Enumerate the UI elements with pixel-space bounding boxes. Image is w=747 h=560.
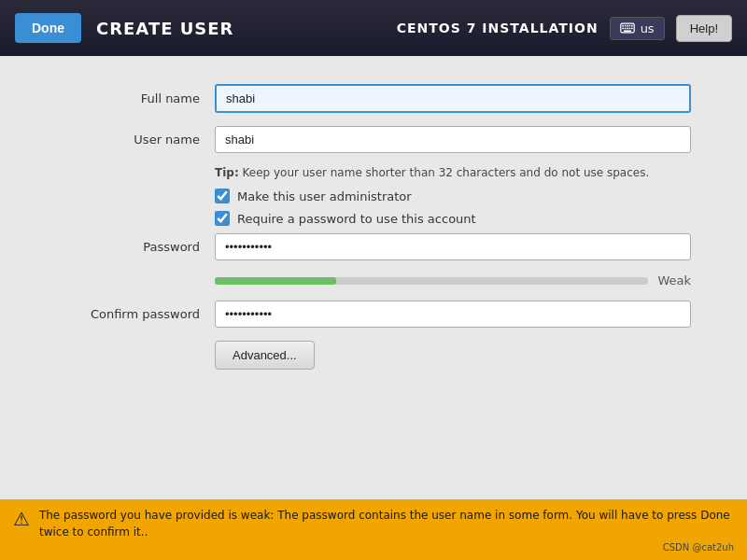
svg-rect-2 bbox=[624, 25, 626, 27]
svg-rect-9 bbox=[628, 28, 630, 30]
svg-rect-1 bbox=[622, 25, 624, 27]
header: Done CREATE USER CENTOS 7 INSTALLATION u… bbox=[0, 0, 747, 56]
confirm-password-input[interactable] bbox=[215, 301, 691, 328]
keyboard-indicator[interactable]: us bbox=[610, 17, 665, 40]
svg-rect-4 bbox=[628, 25, 630, 27]
centos-title: CENTOS 7 INSTALLATION bbox=[397, 21, 599, 35]
warning-text: The password you have provided is weak: … bbox=[39, 507, 734, 540]
svg-rect-3 bbox=[627, 25, 628, 27]
keyboard-icon bbox=[620, 22, 635, 34]
header-left: Done CREATE USER bbox=[15, 13, 233, 43]
svg-rect-5 bbox=[631, 25, 633, 27]
warning-icon: ⚠ bbox=[13, 508, 30, 530]
password-label: Password bbox=[56, 240, 215, 254]
admin-checkbox-row: Make this user administrator bbox=[56, 189, 691, 203]
main-content: Full name User name Tip: Keep your user … bbox=[0, 56, 747, 513]
svg-rect-6 bbox=[622, 28, 624, 30]
username-label: User name bbox=[56, 133, 215, 147]
username-input[interactable] bbox=[215, 126, 691, 153]
keyboard-layout-label: us bbox=[641, 21, 655, 35]
advanced-row: Advanced... bbox=[56, 341, 691, 370]
svg-rect-10 bbox=[631, 28, 633, 30]
tip-spacer bbox=[56, 166, 215, 179]
warning-bar: ⚠ The password you have provided is weak… bbox=[0, 499, 747, 560]
tip-bold: Tip: bbox=[215, 166, 239, 179]
advanced-button[interactable]: Advanced... bbox=[215, 341, 315, 370]
username-row: User name bbox=[56, 126, 691, 153]
fullname-label: Full name bbox=[56, 91, 215, 105]
tip-row: Tip: Keep your user name shorter than 32… bbox=[56, 166, 691, 179]
strength-row: Weak bbox=[56, 273, 691, 287]
password-required-label[interactable]: Require a password to use this account bbox=[215, 211, 476, 226]
done-button[interactable]: Done bbox=[15, 13, 81, 43]
strength-bar-fill bbox=[215, 277, 336, 285]
tip-content: Keep your user name shorter than 32 char… bbox=[239, 166, 650, 179]
header-right: CENTOS 7 INSTALLATION us Help! bbox=[397, 15, 732, 42]
strength-label: Weak bbox=[657, 273, 691, 287]
strength-bar-bg bbox=[215, 277, 648, 285]
tip-text: Tip: Keep your user name shorter than 32… bbox=[215, 166, 691, 179]
fullname-input[interactable] bbox=[215, 84, 691, 113]
page-title: CREATE USER bbox=[96, 19, 233, 38]
svg-rect-7 bbox=[624, 28, 626, 30]
password-input[interactable] bbox=[215, 233, 691, 260]
admin-checkbox[interactable] bbox=[215, 189, 230, 203]
help-button[interactable]: Help! bbox=[676, 15, 732, 42]
svg-rect-11 bbox=[624, 30, 631, 32]
password-required-row: Require a password to use this account bbox=[56, 211, 691, 226]
password-row: Password bbox=[56, 233, 691, 260]
strength-bar-container: Weak bbox=[215, 273, 691, 287]
fullname-row: Full name bbox=[56, 84, 691, 113]
warning-attribution: CSDN @cat2uh bbox=[39, 542, 734, 553]
advanced-spacer bbox=[56, 341, 215, 370]
confirm-password-label: Confirm password bbox=[56, 307, 215, 321]
password-required-text: Require a password to use this account bbox=[237, 212, 476, 226]
admin-label-text: Make this user administrator bbox=[237, 189, 412, 203]
password-required-checkbox[interactable] bbox=[215, 211, 230, 226]
warning-text-block: The password you have provided is weak: … bbox=[39, 507, 734, 553]
admin-checkbox-label[interactable]: Make this user administrator bbox=[215, 189, 412, 203]
confirm-password-row: Confirm password bbox=[56, 301, 691, 328]
svg-rect-8 bbox=[627, 28, 628, 30]
